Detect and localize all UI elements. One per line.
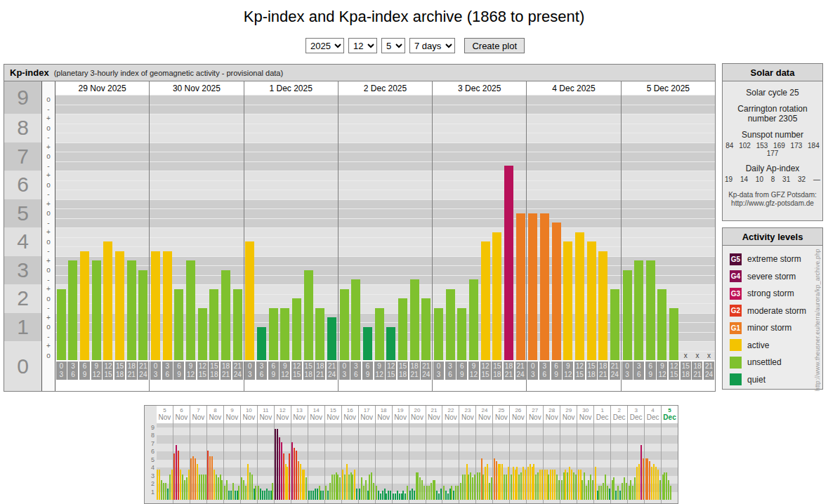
overview-kp-bar <box>525 470 526 500</box>
overview-day-number: 4 <box>645 407 661 413</box>
overview-day-label: 9Nov <box>224 406 241 423</box>
y-axis-number: 0 <box>4 341 41 391</box>
day-column <box>527 95 621 360</box>
hour-end: 21 <box>598 371 608 379</box>
overview-day-label: 5Dec <box>662 406 678 423</box>
range-select[interactable]: 7 days <box>409 38 455 53</box>
hour-label: 1215 <box>669 362 679 380</box>
bar-slot <box>280 95 291 360</box>
legend-label: active <box>747 340 769 350</box>
hour-label: 36 <box>539 362 550 380</box>
hour-end: 6 <box>67 371 78 379</box>
overview-day-label: 18Nov <box>376 406 393 423</box>
overview-bar-slot <box>558 480 560 500</box>
kp-bar <box>386 327 395 360</box>
overview-day-label: 20Nov <box>409 406 426 423</box>
hour-label: 1518 <box>397 362 408 380</box>
overview-day-number: 3 <box>628 407 644 413</box>
kp-bar <box>221 270 230 360</box>
bar-slot <box>609 95 621 360</box>
overview-kp-bar <box>423 486 425 500</box>
hour-label: 1215 <box>291 362 302 380</box>
hour-label: 36 <box>162 362 173 380</box>
day-select[interactable]: 5 <box>381 38 405 53</box>
hour-end: 18 <box>209 371 219 379</box>
overview-day-month: Nov <box>376 413 392 421</box>
hour-label: 69 <box>79 362 90 380</box>
bar-slot <box>551 95 563 360</box>
bar-slot <box>597 95 609 360</box>
bar-slot <box>445 95 456 360</box>
bar-slot <box>657 95 669 360</box>
hour-start: 9 <box>280 362 290 371</box>
year-select[interactable]: 2025 <box>305 38 344 53</box>
hour-end: 9 <box>173 371 184 379</box>
hour-start: 9 <box>374 362 385 371</box>
bar-slot <box>397 95 409 360</box>
bar-slot <box>350 95 362 360</box>
y-axis-tick: o <box>42 180 55 190</box>
overview-y-label: 6 <box>151 449 155 455</box>
legend-label: minor storm <box>747 323 791 333</box>
bar-slot <box>138 95 150 360</box>
hour-end: 3 <box>244 371 255 379</box>
overview-bar-slot <box>373 483 375 500</box>
hour-start: 6 <box>362 362 373 371</box>
hour-start: 6 <box>551 362 562 371</box>
kp-bar <box>457 308 466 360</box>
hour-label: 1518 <box>209 362 219 380</box>
hour-start: 9 <box>185 362 196 371</box>
hour-label: 912 <box>657 362 667 380</box>
hour-start: 18 <box>598 362 608 371</box>
sunspot-label: Sunspot number <box>727 130 818 140</box>
overview-day-month: Nov <box>291 413 308 421</box>
kp-bar <box>57 289 66 360</box>
missing-data-mark: x <box>707 351 711 360</box>
overview-day-label: 12Nov <box>275 406 291 423</box>
y-axis-tick: + <box>42 313 55 323</box>
overview-y-label: 4 <box>151 465 155 471</box>
hour-start: 3 <box>350 362 361 371</box>
hour-end: 24 <box>232 371 243 379</box>
hour-end: 6 <box>539 371 550 379</box>
bar-slot <box>114 95 126 360</box>
y-axis-tick: + <box>42 199 55 209</box>
overview-day-label: 23Nov <box>459 406 476 423</box>
overview-day-column <box>241 423 258 503</box>
legend-row: G1minor storm <box>730 319 822 337</box>
hour-start: 3 <box>445 362 456 371</box>
hour-label: 69 <box>456 362 467 380</box>
kp-bar <box>610 289 619 360</box>
month-select[interactable]: 12 <box>348 38 377 53</box>
overview-day-label: 13Nov <box>291 406 308 423</box>
y-axis-tick: - <box>42 275 55 285</box>
overview-day-column <box>376 423 393 503</box>
bar-slot: x <box>692 95 704 360</box>
overview-day-label: 24Nov <box>476 406 493 423</box>
overview-bar-slot <box>356 489 358 500</box>
overview-day-label: 30Nov <box>577 406 594 423</box>
hour-label: 1215 <box>574 362 585 380</box>
hour-end: 15 <box>669 371 679 379</box>
hour-end: 24 <box>138 371 148 379</box>
ap-index-label: Daily Ap-index <box>727 164 818 173</box>
hour-start: 6 <box>79 362 90 371</box>
bar-slot <box>433 95 445 360</box>
overview-bar-slot <box>659 480 661 500</box>
overview-day-label: 8Nov <box>207 406 224 423</box>
overview-day-month: Nov <box>493 413 509 421</box>
hour-label: 1215 <box>103 362 113 380</box>
bar-slot <box>326 95 338 360</box>
hour-start: 6 <box>645 362 656 371</box>
create-plot-button[interactable]: Create plot <box>464 38 525 53</box>
overview-day-column <box>560 423 577 503</box>
kp-bar <box>127 260 136 360</box>
hour-start: 12 <box>291 362 302 371</box>
y-axis-tick: + <box>42 341 55 351</box>
plot-controls: 20251257 days Create plot <box>0 38 828 53</box>
hour-label: 1518 <box>114 362 125 380</box>
kp-bar <box>516 213 525 360</box>
legend-color-swatch <box>730 339 742 351</box>
legend-row: active <box>730 337 822 354</box>
kp-bar <box>398 298 407 360</box>
